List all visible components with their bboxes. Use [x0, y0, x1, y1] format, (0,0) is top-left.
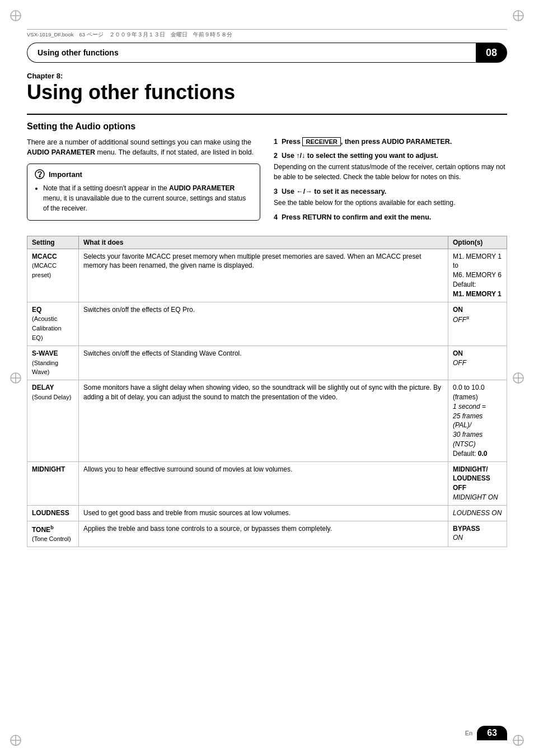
- col-what: What it does: [78, 236, 448, 249]
- table-header-row: Setting What it does Option(s): [27, 236, 507, 249]
- setting-cell: EQ (AcousticCalibration EQ): [27, 302, 79, 346]
- step-3-heading: 3 Use ←/→ to set it as necessary.: [274, 188, 507, 195]
- setting-name: S-WAVE: [32, 349, 58, 357]
- important-title: Important: [34, 169, 253, 180]
- setting-cell: DELAY (Sound Delay): [27, 380, 79, 461]
- step-2-heading: 2 Use ↑/↓ to select the setting you want…: [274, 152, 507, 160]
- reg-mark-tr: [510, 8, 526, 24]
- step-1-heading: 1 Press RECEIVER, then press AUDIO PARAM…: [274, 137, 507, 146]
- options-cell: BYPASS ON: [448, 521, 507, 547]
- table-row: DELAY (Sound Delay) Some monitors have a…: [27, 380, 507, 461]
- chapter-label: Chapter 8:: [27, 72, 507, 80]
- table-row: TONEb (Tone Control) Applies the treble …: [27, 521, 507, 547]
- what-cell: Used to get good bass and treble from mu…: [78, 505, 448, 521]
- intro-right: 1 Press RECEIVER, then press AUDIO PARAM…: [274, 137, 507, 227]
- printer-line-text: VSX-1019_DF.book 63 ページ ２００９年３月１３日 金曜日 午…: [27, 31, 232, 39]
- setting-cell: LOUDNESS: [27, 505, 79, 521]
- chapter-number-text: 08: [486, 47, 497, 59]
- svg-point-19: [39, 176, 40, 177]
- setting-sub: (AcousticCalibration EQ): [32, 315, 62, 341]
- section-heading: Setting the Audio options: [27, 122, 507, 132]
- what-cell: Applies the treble and bass tone control…: [78, 521, 448, 547]
- what-cell: Some monitors have a slight delay when s…: [78, 380, 448, 461]
- receiver-key: RECEIVER: [302, 137, 340, 146]
- setting-name: LOUDNESS: [32, 509, 69, 517]
- setting-sub: (Standing Wave): [32, 360, 58, 376]
- table-row: MIDNIGHT Allows you to hear effective su…: [27, 461, 507, 505]
- main-content: Chapter 8: Using other functions Setting…: [27, 72, 507, 722]
- table-row: EQ (AcousticCalibration EQ) Switches on/…: [27, 302, 507, 346]
- what-cell: Switches on/off the effects of Standing …: [78, 346, 448, 380]
- options-cell: 0.0 to 10.0 (frames) 1 second =25 frames…: [448, 380, 507, 461]
- chapter-header: Using other functions 08: [27, 43, 507, 63]
- chapter-title: Using other functions: [27, 81, 507, 104]
- chapter-header-label: Using other functions: [27, 43, 476, 63]
- reg-mark-bl: [8, 732, 24, 748]
- options-cell: ON OFF: [448, 346, 507, 380]
- setting-name: EQ: [32, 306, 41, 314]
- printer-line: VSX-1019_DF.book 63 ページ ２００９年３月１３日 金曜日 午…: [27, 29, 507, 39]
- setting-cell: MIDNIGHT: [27, 461, 79, 505]
- what-cell: Allows you to hear effective surround so…: [78, 461, 448, 505]
- options-cell: MIDNIGHT/LOUDNESS OFF MIDNIGHT ON: [448, 461, 507, 505]
- intro-text: There are a number of additional sound s…: [27, 137, 260, 158]
- setting-sub: (Tone Control): [32, 535, 71, 542]
- step-2-body: Depending on the current status/mode of …: [274, 162, 507, 182]
- col-options: Option(s): [448, 236, 507, 249]
- setting-name: TONEb: [32, 526, 54, 534]
- options-cell: ON OFFa: [448, 302, 507, 346]
- setting-cell: MCACC (MCACC preset): [27, 249, 79, 302]
- setting-sub: (Sound Delay): [32, 394, 71, 400]
- important-list: Note that if a setting doesn't appear in…: [43, 183, 253, 213]
- what-cell: Switches on/off the effects of EQ Pro.: [78, 302, 448, 346]
- page-lang: En: [465, 730, 472, 736]
- important-box: Important Note that if a setting doesn't…: [27, 164, 260, 221]
- page-number: 63: [477, 726, 507, 740]
- table-row: MCACC (MCACC preset) Selects your favori…: [27, 249, 507, 302]
- chapter-header-label-text: Using other functions: [38, 48, 119, 57]
- chapter-header-number: 08: [476, 43, 507, 63]
- intro-columns: There are a number of additional sound s…: [27, 137, 507, 227]
- table-row: LOUDNESS Used to get good bass and trebl…: [27, 505, 507, 521]
- setting-name: DELAY: [32, 384, 54, 391]
- step-4-heading: 4 Press RETURN to confirm and exit the m…: [274, 213, 507, 221]
- section-divider: [27, 114, 507, 115]
- setting-cell: S-WAVE (Standing Wave): [27, 346, 79, 380]
- options-cell: LOUDNESS ON: [448, 505, 507, 521]
- important-item: Note that if a setting doesn't appear in…: [43, 183, 253, 213]
- setting-sub: (MCACC preset): [32, 262, 57, 278]
- page-footer: En 63: [27, 726, 507, 740]
- important-icon: [34, 169, 45, 180]
- important-title-text: Important: [49, 170, 82, 179]
- options-cell: M1. MEMORY 1 to M6. MEMORY 6 Default: M1…: [448, 249, 507, 302]
- step-3: 3 Use ←/→ to set it as necessary. See th…: [274, 188, 507, 208]
- setting-name: MCACC: [32, 253, 57, 260]
- col-setting: Setting: [27, 236, 79, 249]
- table-row: S-WAVE (Standing Wave) Switches on/off t…: [27, 346, 507, 380]
- what-cell: Selects your favorite MCACC preset memor…: [78, 249, 448, 302]
- step-1: 1 Press RECEIVER, then press AUDIO PARAM…: [274, 137, 507, 146]
- page: VSX-1019_DF.book 63 ページ ２００９年３月１３日 金曜日 午…: [0, 0, 534, 756]
- step-3-body: See the table below for the options avai…: [274, 198, 507, 208]
- setting-cell: TONEb (Tone Control): [27, 521, 79, 547]
- setting-name: MIDNIGHT: [32, 465, 65, 473]
- reg-mark-right-mid: [510, 370, 526, 386]
- reg-mark-tl: [8, 8, 24, 24]
- intro-left: There are a number of additional sound s…: [27, 137, 260, 227]
- step-2: 2 Use ↑/↓ to select the setting you want…: [274, 152, 507, 182]
- options-table: Setting What it does Option(s) MCACC (MC…: [27, 236, 507, 548]
- step-4: 4 Press RETURN to confirm and exit the m…: [274, 213, 507, 221]
- reg-mark-br: [510, 732, 526, 748]
- reg-mark-left-mid: [8, 370, 24, 386]
